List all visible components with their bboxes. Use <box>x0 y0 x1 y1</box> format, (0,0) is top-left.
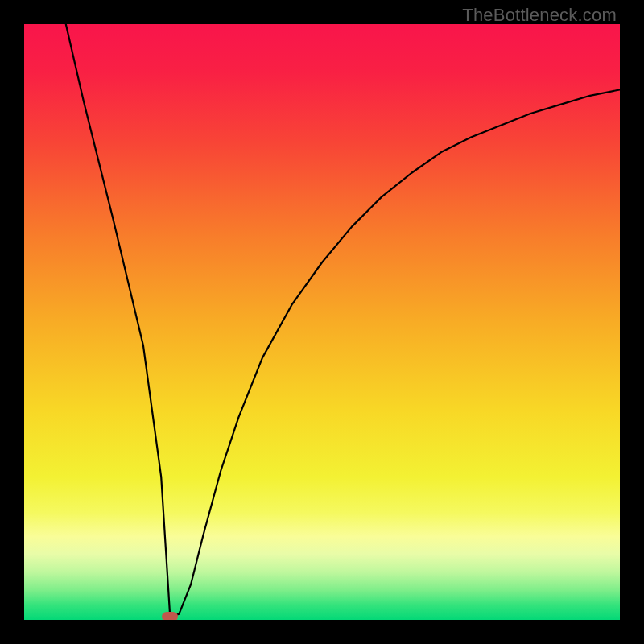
plot-area <box>24 24 620 620</box>
minimum-marker <box>162 612 178 620</box>
chart-frame: TheBottleneck.com <box>0 0 644 644</box>
bottleneck-curve <box>24 24 620 620</box>
watermark-label: TheBottleneck.com <box>462 5 617 26</box>
